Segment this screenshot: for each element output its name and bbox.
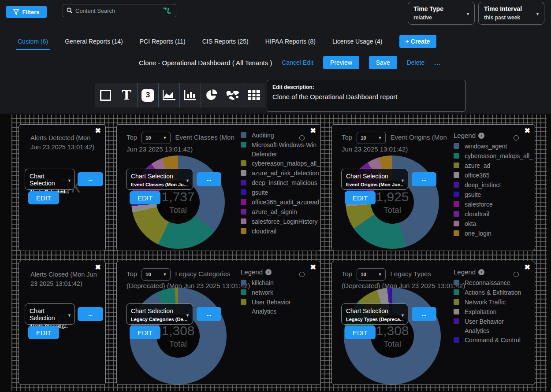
add-number-widget-button[interactable]: 3 <box>137 83 158 107</box>
delete-button[interactable]: Delete <box>407 59 424 66</box>
legend-item[interactable]: Auditing <box>241 131 316 140</box>
chart-selection-dropdown[interactable]: Chart Selection Alerts Closed (... ▼ <box>25 303 75 325</box>
legend-item[interactable]: killchain <box>241 278 316 288</box>
legend-item[interactable]: cybereason_malops_all_ <box>241 159 316 168</box>
legend-item[interactable]: cybereason_malops_all_ <box>454 152 532 161</box>
legend-swatch <box>241 180 246 185</box>
add-container-widget-button[interactable] <box>95 83 116 107</box>
table-icon <box>247 90 261 100</box>
cancel-edit-button[interactable]: Cancel Edit <box>282 59 313 66</box>
add-pie-chart-widget-button[interactable] <box>201 83 222 107</box>
add-bar-chart-widget-button[interactable] <box>179 83 201 107</box>
legend-item[interactable]: deep_instinct <box>454 181 532 190</box>
dashboard-board: ✖ Alerts Detected (Mon Jun 23 2025 13:01… <box>0 114 551 392</box>
widget-more-button[interactable]: ... <box>78 307 103 321</box>
tab-general-reports[interactable]: General Reports (14) <box>65 33 123 50</box>
legend-arrow-icon[interactable]: › <box>478 269 484 275</box>
legend-item[interactable]: azure_ad <box>454 161 532 170</box>
chart-selection-dropdown[interactable]: Chart Selection Event Classes (Mon Ju...… <box>126 169 193 190</box>
create-button[interactable]: + Create <box>399 35 436 48</box>
legend: AuditingMicrosoft-Windows-Win Defendercy… <box>241 131 316 237</box>
legend-item[interactable]: azure_ad_risk_detection <box>241 169 316 178</box>
legend-item[interactable]: network <box>241 288 316 297</box>
top-n-select[interactable]: 10 ▼ <box>357 132 386 144</box>
legend-item[interactable]: gsuite <box>241 188 316 197</box>
add-area-chart-widget-button[interactable] <box>158 83 179 107</box>
top-n-select[interactable]: 10 ▼ <box>141 268 171 281</box>
close-icon[interactable]: ✖ <box>95 263 101 271</box>
chart-selection-dropdown[interactable]: Chart Selection Legacy Types (Depreca...… <box>341 303 408 325</box>
legend-item[interactable]: okta <box>454 219 532 229</box>
filters-button[interactable]: Filters <box>6 6 47 18</box>
radio-circle-icon[interactable] <box>299 272 305 277</box>
legend-item[interactable]: Microsoft-Windows-Win Defender <box>241 141 316 159</box>
tab-pci-reports[interactable]: PCI Reports (11) <box>140 33 186 50</box>
legend-arrow-icon[interactable]: › <box>478 133 484 139</box>
edit-description-box[interactable]: Edit description: Clone of the Operation… <box>267 80 466 112</box>
close-icon[interactable]: ✖ <box>95 126 101 135</box>
legend-item[interactable]: User Behavior Analytics <box>241 298 316 316</box>
tab-hipaa-reports[interactable]: HIPAA Reports (8) <box>265 33 316 50</box>
legend-swatch <box>454 201 459 207</box>
legend-item[interactable]: salesforce_LoginHistory <box>241 217 316 226</box>
more-options-button[interactable]: ... <box>434 59 441 67</box>
legend-item[interactable]: azure_ad_signin <box>241 207 316 217</box>
legend-item[interactable]: Command & Control <box>454 336 532 345</box>
legend-item[interactable]: salesforce <box>454 200 532 209</box>
tab-license-usage[interactable]: License Usage (4) <box>332 33 383 50</box>
tab-cis-reports[interactable]: CIS Reports (25) <box>202 33 249 50</box>
legend-item[interactable]: Network Traffic <box>454 298 532 307</box>
close-icon[interactable]: ✖ <box>525 126 530 135</box>
time-interval-dropdown[interactable]: Time Interval this past week ▼ <box>478 2 544 25</box>
legend-item[interactable]: cloudtrail <box>241 227 316 236</box>
radio-circle-icon[interactable] <box>299 135 305 141</box>
close-icon[interactable]: ✖ <box>525 263 530 271</box>
radio-circle-icon[interactable] <box>514 272 519 277</box>
widget-more-button[interactable]: ... <box>412 172 436 186</box>
time-type-dropdown[interactable]: Time Type relative ▼ <box>408 2 475 25</box>
radio-circle-icon[interactable] <box>514 135 519 141</box>
add-table-widget-button[interactable] <box>243 83 264 107</box>
panel-event-classes: ✖ Top 10 ▼ Event Classes (Mon Jun 23 202… <box>116 124 321 251</box>
legend-item[interactable]: windows_agent <box>454 142 532 151</box>
edit-button[interactable]: EDIT <box>130 326 160 339</box>
edit-button[interactable]: EDIT <box>28 326 59 339</box>
preview-button[interactable]: Preview <box>323 56 359 69</box>
legend-item[interactable]: Reconnaissance <box>454 278 532 288</box>
total-label: Total <box>169 339 187 349</box>
legend-item[interactable]: one_login <box>454 229 532 238</box>
add-map-widget-button[interactable] <box>222 83 243 107</box>
legend-item[interactable]: User Behavior Analytics <box>454 317 532 335</box>
legend-item[interactable]: cloudtrail <box>454 210 532 219</box>
chart-selection-dropdown[interactable]: Chart Selection Legacy Categories (De...… <box>126 303 193 325</box>
close-icon[interactable]: ✖ <box>310 263 316 271</box>
save-button[interactable]: Save <box>369 56 397 69</box>
edit-button[interactable]: EDIT <box>28 191 59 204</box>
legend-label: Microsoft-Windows-Win Defender <box>252 141 316 159</box>
add-text-widget-button[interactable]: T <box>116 83 137 107</box>
legend-label: cloudtrail <box>252 227 276 236</box>
legend-item[interactable]: office365 <box>454 171 532 180</box>
legend-item[interactable]: Actions & Exfiltration <box>454 288 532 297</box>
panel-legacy-types: ✖ Top 10 ▼ Legacy Types (Deprecated) (Mo… <box>331 261 535 385</box>
widget-more-button[interactable]: ... <box>197 172 221 186</box>
legend-swatch <box>454 192 459 197</box>
close-icon[interactable]: ✖ <box>310 126 316 135</box>
legend-arrow-icon[interactable]: › <box>265 269 272 275</box>
legend-item[interactable]: office365_audit_azuread <box>241 198 316 207</box>
top-n-select[interactable]: 10 ▼ <box>357 268 386 281</box>
search-input[interactable] <box>75 7 163 14</box>
legend-item[interactable]: deep_instinct_malicious <box>241 178 316 188</box>
chart-selection-dropdown[interactable]: Chart Selection Event Origins (Mon Jun..… <box>341 169 408 190</box>
legend-item[interactable]: gsuite <box>454 190 532 200</box>
widget-more-button[interactable]: ... <box>78 172 103 186</box>
edit-button[interactable]: EDIT <box>130 191 160 204</box>
widget-more-button[interactable]: ... <box>197 307 221 321</box>
top-n-select[interactable]: 10 ▼ <box>141 132 171 144</box>
tab-custom[interactable]: Custom (6) <box>18 33 48 50</box>
chart-selection-dropdown[interactable]: Chart Selection Alerts Detected... ▼ <box>25 169 75 190</box>
widget-more-button[interactable]: ... <box>412 307 436 321</box>
edit-button[interactable]: EDIT <box>345 191 376 204</box>
edit-button[interactable]: EDIT <box>345 326 376 339</box>
legend-item[interactable]: Exploitation <box>454 307 532 317</box>
